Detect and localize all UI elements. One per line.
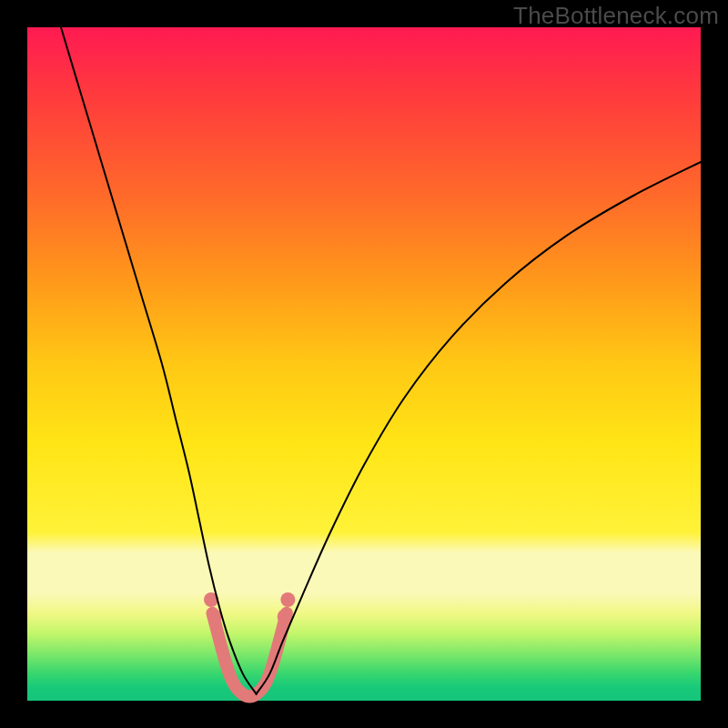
watermark-text: TheBottleneck.com [513,2,719,30]
plot-area [27,27,701,701]
chart-svg [27,27,701,701]
valley-dot [280,592,295,607]
curve-right-branch [257,162,701,694]
valley-dot [204,592,218,607]
chart-frame: TheBottleneck.com [0,0,728,728]
valley-dot [278,610,292,624]
valley-highlight [213,613,287,697]
curve-left-branch [61,27,257,694]
valley-dots [204,592,295,624]
valley-dot [207,610,222,624]
